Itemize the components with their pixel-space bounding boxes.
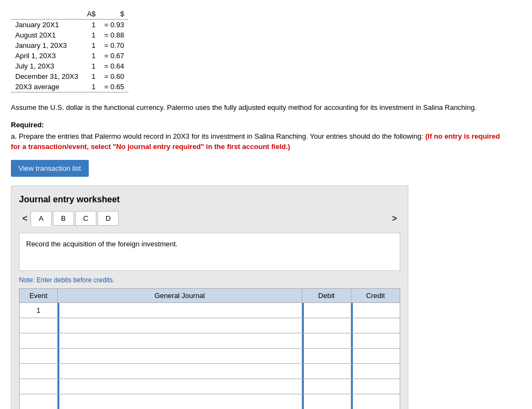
credit-cell[interactable] (351, 348, 400, 363)
debit-input[interactable] (302, 318, 351, 333)
col-general-journal: General Journal (58, 288, 302, 302)
exchange-usd: = 0.64 (100, 61, 129, 71)
credit-cell[interactable] (351, 394, 400, 409)
credit-cell[interactable] (351, 318, 400, 333)
col-debit: Debit (302, 288, 351, 302)
exchange-date: July 1, 20X3 (11, 61, 83, 71)
debit-cell[interactable] (302, 363, 351, 379)
instruction-text: a. Prepare the entries that Palermo woul… (11, 131, 501, 152)
exchange-usd: = 0.65 (100, 82, 129, 92)
debit-cell[interactable] (302, 318, 351, 333)
exchange-as: 1 (83, 71, 100, 82)
exchange-date: January 20X1 (11, 20, 83, 30)
event-cell (20, 333, 58, 348)
debit-cell[interactable] (302, 379, 351, 394)
event-cell (20, 363, 58, 379)
exchange-as: 1 (83, 82, 100, 92)
general-journal-input[interactable] (58, 349, 302, 363)
debit-input[interactable] (302, 349, 351, 363)
exchange-as: 1 (83, 51, 100, 61)
col-credit: Credit (351, 288, 400, 302)
event-cell (20, 394, 58, 409)
event-cell (20, 348, 58, 363)
credit-cell[interactable] (351, 302, 400, 318)
general-journal-cell[interactable] (58, 333, 302, 348)
exchange-rate-table: A$ $ January 20X1 1 = 0.93 August 20X1 1… (11, 9, 129, 92)
event-cell (20, 379, 58, 394)
credit-input[interactable] (351, 379, 400, 394)
event-cell: 1 (20, 302, 58, 318)
debit-cell[interactable] (302, 394, 351, 409)
debit-input[interactable] (302, 394, 351, 409)
general-journal-input[interactable] (58, 333, 302, 348)
table-row (20, 363, 400, 379)
exchange-date: April 1, 20X3 (11, 51, 83, 61)
tab-d[interactable]: D (97, 211, 119, 226)
col-header-usd: $ (100, 9, 129, 20)
col-header-as: A$ (83, 9, 100, 20)
description-box: Record the acquisition of the foreign in… (19, 233, 400, 271)
debit-input[interactable] (302, 333, 351, 348)
note-text: Note: Enter debits before credits. (19, 276, 400, 284)
table-row (20, 394, 400, 409)
exchange-usd: = 0.93 (100, 20, 129, 30)
exchange-date: December 31, 20X3 (11, 71, 83, 82)
tab-next-button[interactable]: > (389, 213, 400, 225)
general-journal-input[interactable] (58, 364, 302, 379)
credit-input[interactable] (351, 394, 400, 409)
general-journal-input[interactable] (58, 318, 302, 333)
tab-c[interactable]: C (75, 211, 96, 226)
exchange-usd: = 0.70 (100, 40, 129, 51)
exchange-date: August 20X1 (11, 30, 83, 40)
general-journal-cell[interactable] (58, 318, 302, 333)
exchange-as: 1 (83, 40, 100, 51)
required-label: Required: (11, 121, 521, 129)
general-journal-cell[interactable] (58, 348, 302, 363)
table-row (20, 379, 400, 394)
table-row (20, 333, 400, 348)
instruction-part-a: a. Prepare the entries that Palermo woul… (11, 132, 425, 140)
credit-input[interactable] (351, 333, 400, 348)
tab-prev-button[interactable]: < (19, 213, 30, 225)
debit-cell[interactable] (302, 302, 351, 318)
general-journal-cell[interactable] (58, 302, 302, 318)
debit-input[interactable] (302, 379, 351, 394)
general-journal-cell[interactable] (58, 379, 302, 394)
view-transaction-list-button[interactable]: View transaction list (11, 160, 89, 177)
tab-a[interactable]: A (30, 211, 52, 226)
table-row (20, 348, 400, 363)
journal-table: Event General Journal Debit Credit 1 (19, 288, 400, 410)
credit-cell[interactable] (351, 379, 400, 394)
description-text: Record the acquisition of the foreign in… (26, 240, 178, 248)
general-journal-input[interactable] (58, 303, 302, 318)
col-header-date (11, 9, 83, 20)
general-journal-input[interactable] (58, 379, 302, 394)
exchange-usd: = 0.60 (100, 71, 129, 82)
general-journal-cell[interactable] (58, 363, 302, 379)
table-row (20, 318, 400, 333)
credit-input[interactable] (351, 349, 400, 363)
debit-input[interactable] (302, 303, 351, 318)
general-journal-cell[interactable] (58, 394, 302, 409)
journal-entry-worksheet: Journal entry worksheet < A B C D > Reco… (11, 185, 408, 410)
tabs-row: < A B C D > (19, 211, 400, 226)
event-cell (20, 318, 58, 333)
exchange-usd: = 0.67 (100, 51, 129, 61)
exchange-date: 20X3 average (11, 82, 83, 92)
exchange-as: 1 (83, 30, 100, 40)
credit-input[interactable] (351, 364, 400, 379)
credit-cell[interactable] (351, 363, 400, 379)
exchange-as: 1 (83, 20, 100, 30)
exchange-date: January 1, 20X3 (11, 40, 83, 51)
credit-cell[interactable] (351, 333, 400, 348)
functional-currency-paragraph: Assume the U.S. dollar is the functional… (11, 102, 501, 113)
debit-input[interactable] (302, 364, 351, 379)
tab-b[interactable]: B (53, 211, 74, 226)
worksheet-title: Journal entry worksheet (19, 195, 400, 205)
credit-input[interactable] (351, 318, 400, 333)
debit-cell[interactable] (302, 333, 351, 348)
credit-input[interactable] (351, 303, 400, 318)
exchange-as: 1 (83, 61, 100, 71)
general-journal-input[interactable] (58, 394, 302, 409)
debit-cell[interactable] (302, 348, 351, 363)
